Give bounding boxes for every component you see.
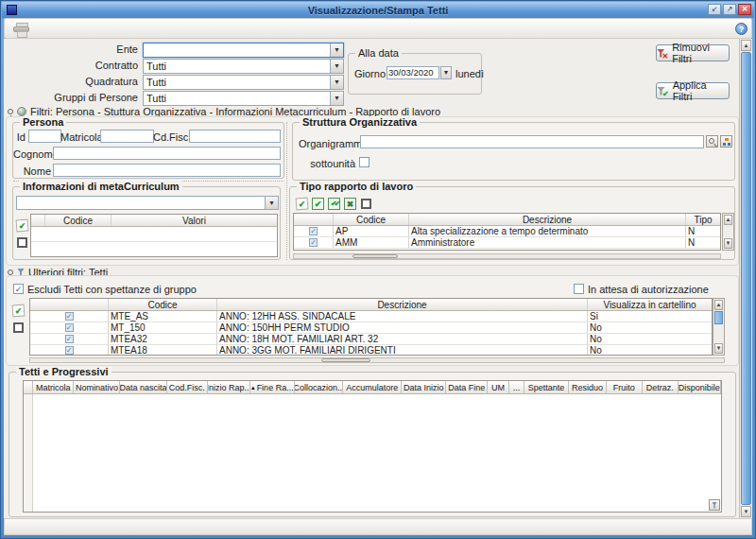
hscroll-thumb[interactable] [352,254,398,258]
contratto-combo[interactable]: Tutti ▼ [143,59,344,74]
checkbox-multi-check-icon[interactable]: ✔✔ [328,198,340,210]
id-field[interactable] [28,130,61,143]
tetti-scrollbar[interactable]: ▲ ▼ [713,298,725,356]
matricola-field[interactable] [100,130,154,143]
table-row[interactable]: ✓MTE_ASANNO: 12HH ASS. SINDACALESi [30,311,712,322]
table-row[interactable]: ✓MTEA32ANNO: 18H MOT. FAMILIARI ART. 32N… [30,334,712,345]
attesa-checkbox[interactable] [574,284,584,294]
maximize-button[interactable]: ↗ [723,4,736,15]
chevron-down-icon[interactable]: ▼ [330,60,343,73]
column-header[interactable]: Spettante [524,381,569,393]
visualizza-column[interactable]: Visualizza in cartellino [588,299,712,310]
chevron-down-icon[interactable]: ▼ [265,197,278,209]
scroll-thumb[interactable] [741,52,751,505]
scroll-down-icon[interactable]: ▼ [741,506,751,517]
column-header[interactable]: Fruito [607,381,643,393]
tipo-rapporto-scrollbar[interactable]: ▲ ▼ [722,213,734,251]
row-checkbox[interactable]: ✓ [65,312,74,321]
row-checkbox[interactable]: ✓ [65,335,74,343]
chevron-down-icon[interactable]: ▼ [330,92,343,105]
pin-icon[interactable] [8,109,13,114]
codice-column[interactable]: Codice [45,215,112,226]
date-field[interactable]: 30/03/2020 [387,66,439,79]
column-header[interactable]: ▴Fine Ra... [250,381,295,393]
row-checkbox[interactable]: ✓ [309,227,318,235]
empty-row[interactable] [31,227,277,242]
gruppi-combo[interactable]: Tutti ▼ [143,91,344,106]
main-scrollbar[interactable]: ▲ ▼ [739,39,752,518]
check-green-icon[interactable]: ✔ [296,198,309,211]
column-header[interactable]: Residuo [569,381,607,393]
table-filter-button[interactable] [709,499,720,511]
quadratura-label: Quadratura [4,75,138,89]
tetti-hscrollbar[interactable] [29,357,725,363]
help-button[interactable]: ? [735,23,747,35]
column-header[interactable]: Inizio Rap... [208,381,250,393]
applica-filtri-button[interactable]: ✔ Applica Filtri [656,82,730,99]
hscroll-thumb[interactable] [321,358,370,362]
globe-icon[interactable] [17,107,26,116]
scroll-up-icon[interactable]: ▲ [714,300,723,310]
close-button[interactable]: ✕ [738,4,751,15]
column-header[interactable]: Collocazion... [295,381,343,393]
escludi-checkbox[interactable]: ✓ [13,284,24,294]
column-header[interactable]: Data Inizio [402,381,446,393]
column-header[interactable]: Detraz. [643,381,679,393]
sottounita-checkbox[interactable] [359,157,369,167]
empty-row[interactable] [31,242,277,257]
scroll-thumb[interactable] [714,311,723,324]
table-row[interactable]: ✓MT_150ANNO: 150HH PERM STUDIONo [30,322,712,334]
table-row[interactable]: ✓APAlta specializzazione a tempo determi… [294,226,720,237]
scroll-up-icon[interactable]: ▲ [741,40,751,51]
codice-column[interactable]: Codice [109,299,217,310]
metacurriculum-combo[interactable]: ▼ [16,196,279,210]
date-dropdown-icon[interactable]: ▼ [440,66,452,79]
row-checkbox[interactable]: ✓ [65,346,74,355]
deselect-all-button[interactable] [13,322,24,333]
select-all-button[interactable]: ✔ [12,304,26,318]
valori-column[interactable]: Valori [112,215,277,226]
scroll-down-icon[interactable]: ▼ [714,343,723,354]
search-button[interactable] [706,135,718,148]
column-header[interactable]: ... [509,381,524,393]
table-row[interactable]: ✓MTEA18ANNO: 3GG MOT. FAMILIARI DIRIGENT… [30,345,712,356]
descrizione-column[interactable]: Descrizione [217,299,588,310]
column-header[interactable]: Data nascita [120,381,166,393]
organigramma-field[interactable] [360,135,704,148]
column-header[interactable]: Accumulatore [343,381,402,393]
select-all-button[interactable]: ✔ [16,219,29,233]
scroll-down-icon[interactable]: ▼ [724,238,732,249]
tipo-column[interactable]: Tipo [686,214,720,225]
column-header[interactable]: Nominativo [74,381,120,393]
rimuovi-filtri-button[interactable]: ✕ Rimuovi Filtri [656,44,730,61]
tipo-rapporto-table: Codice Descrizione Tipo ✓APAlta speciali… [293,213,721,251]
checkbox-x-icon[interactable]: ✖ [344,198,356,210]
row-checkbox[interactable]: ✓ [309,238,318,247]
column-header[interactable]: Disponibile [679,381,721,393]
chevron-down-icon[interactable]: ▼ [330,76,343,89]
column-header[interactable]: Data Fine [446,381,487,393]
quadratura-combo[interactable]: Tutti ▼ [143,75,344,90]
codice-column[interactable]: Codice [334,214,409,225]
table-row[interactable]: ✓AMMAmministratoreN [294,237,720,249]
scroll-up-icon[interactable]: ▲ [724,215,732,225]
column-header[interactable]: Matricola [33,381,74,393]
tipo-rapporto-hscrollbar[interactable] [293,253,721,259]
organigramma-label: Organigramma [299,137,359,150]
checkbox-empty-icon[interactable] [361,199,371,209]
tipo-rapporto-body: ✓APAlta specializzazione a tempo determi… [294,226,720,249]
deselect-all-button[interactable] [17,237,27,248]
cdfisc-field[interactable] [189,130,281,143]
column-header[interactable]: UM [488,381,509,393]
org-tree-button[interactable] [720,135,732,148]
nome-field[interactable] [53,164,281,177]
chevron-down-icon[interactable]: ▼ [330,43,343,57]
ente-combo[interactable]: ▼ [143,43,344,58]
descrizione-column[interactable]: Descrizione [409,214,686,225]
column-header[interactable]: Cod.Fisc. [167,381,208,393]
checkbox-checked-icon[interactable]: ✔ [312,198,324,210]
minimize-button[interactable]: ↙ [708,4,721,15]
cognome-field[interactable] [53,147,281,160]
print-icon[interactable] [13,23,29,36]
row-checkbox[interactable]: ✓ [65,323,74,332]
